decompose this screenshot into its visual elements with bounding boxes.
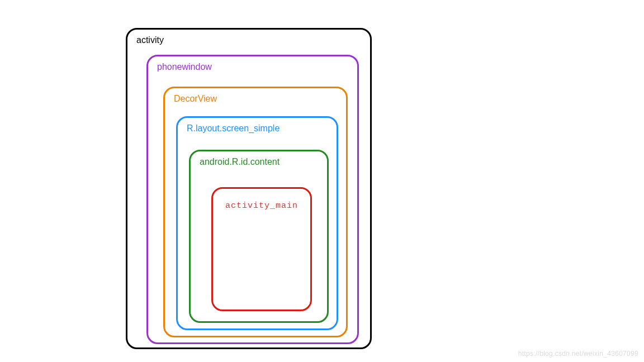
activity-label: activity bbox=[127, 30, 370, 45]
decorview-label: DecorView bbox=[165, 88, 346, 104]
activitymain-label: activity_main bbox=[213, 189, 310, 211]
screensimple-label: R.layout.screen_simple bbox=[178, 118, 337, 134]
watermark-text: https://blog.csdn.net/weixin_43607099 bbox=[518, 350, 638, 358]
phonewindow-label: phonewindow bbox=[148, 56, 357, 72]
activitymain-layer: activity_main bbox=[211, 187, 312, 311]
content-label: android.R.id.content bbox=[191, 151, 327, 167]
